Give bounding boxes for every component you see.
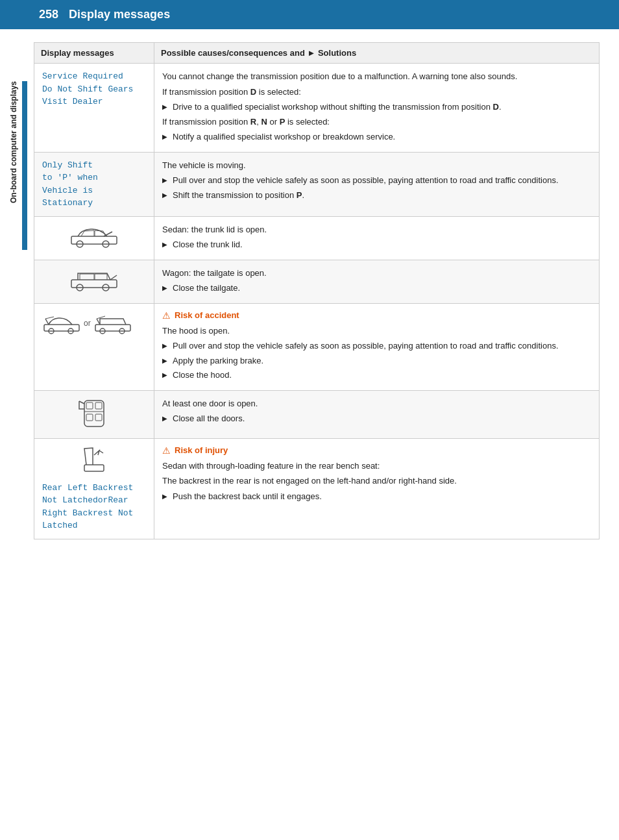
wagon-car-icon (68, 267, 120, 293)
sidebar-bar (22, 81, 27, 250)
page-header: 258 Display messages (0, 0, 619, 29)
hood-open-icon-1 (42, 310, 81, 336)
svg-rect-16 (86, 414, 93, 421)
sedan-car-icon (68, 223, 120, 249)
page-title: Display messages (69, 8, 170, 21)
risk-label: Risk of accident (175, 310, 239, 320)
svg-rect-17 (95, 414, 102, 421)
risk-of-accident: ⚠ Risk of accident (162, 310, 591, 321)
display-msg-hood: or (34, 303, 154, 390)
svg-rect-18 (84, 465, 104, 471)
display-msg-service: Service RequiredDo Not Shift GearsVisit … (34, 64, 154, 153)
table-row: Service RequiredDo Not Shift GearsVisit … (34, 64, 600, 153)
risk-label-2: Risk of injury (175, 445, 228, 455)
table-row: or (34, 303, 600, 390)
warning-triangle-icon: ⚠ (162, 310, 171, 321)
table-header-row: Display messages Possible causes/consequ… (34, 43, 600, 64)
door-open-icon (78, 397, 110, 430)
solutions-wagon: Wagon: the tailgate is open. Close the t… (154, 260, 600, 303)
solutions-door: At least one door is open. Close all the… (154, 390, 600, 438)
solutions-backrest: ⚠ Risk of injury Sedan with through-load… (154, 438, 600, 539)
display-msg-only-shift: Only Shiftto 'P' whenVehicle isStationar… (34, 152, 154, 216)
backrest-icon (81, 445, 107, 475)
solutions-only-shift: The vehicle is moving. Pull over and sto… (154, 152, 600, 216)
svg-rect-0 (71, 236, 117, 244)
risk-of-injury: ⚠ Risk of injury (162, 445, 591, 456)
display-msg-backrest: Rear Left BackrestNot LatchedorRearRight… (34, 438, 154, 539)
sidebar: On-board computer and displays (0, 29, 27, 808)
svg-rect-3 (71, 280, 117, 288)
table-row: Only Shiftto 'P' whenVehicle isStationar… (34, 152, 600, 216)
solutions-hood: ⚠ Risk of accident The hood is open. Pul… (154, 303, 600, 390)
table-row: Sedan: the trunk lid is open. Close the … (34, 216, 600, 260)
table-row: Rear Left BackrestNot LatchedorRearRight… (34, 438, 600, 539)
display-msg-door (34, 390, 154, 438)
page-number: 258 (39, 8, 58, 21)
solutions-sedan: Sedan: the trunk lid is open. Close the … (154, 216, 600, 260)
display-msg-wagon (34, 260, 154, 303)
page-body: On-board computer and displays Display m… (0, 29, 619, 808)
solutions-service: You cannot change the transmission posit… (154, 64, 600, 153)
svg-rect-14 (86, 402, 93, 409)
col2-header: Possible causes/consequences and ► Solut… (154, 43, 600, 64)
hood-open-icon-2 (93, 310, 132, 336)
content-area: Display messages Possible causes/consequ… (27, 29, 619, 808)
warning-triangle-icon-2: ⚠ (162, 445, 171, 456)
col1-header: Display messages (34, 43, 154, 64)
sidebar-label: On-board computer and displays (9, 81, 18, 203)
svg-rect-12 (84, 401, 104, 426)
main-table: Display messages Possible causes/consequ… (34, 42, 600, 539)
svg-rect-15 (95, 402, 102, 409)
table-row: Wagon: the tailgate is open. Close the t… (34, 260, 600, 303)
table-row: At least one door is open. Close all the… (34, 390, 600, 438)
display-msg-sedan (34, 216, 154, 260)
